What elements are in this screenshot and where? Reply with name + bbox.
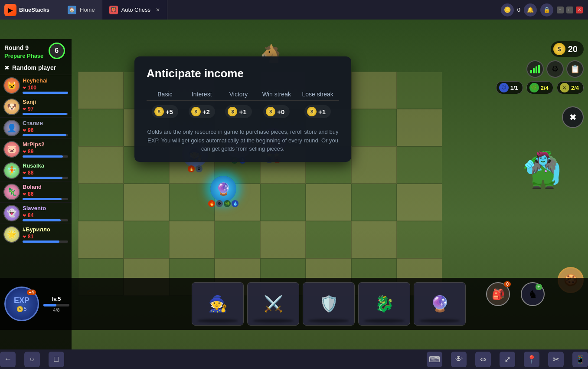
- player-avatar-5: 🧚: [3, 162, 20, 179]
- phase-label: Prepare Phase: [4, 53, 43, 59]
- level-text: lv.5: [52, 296, 61, 302]
- coin-count: 0: [517, 7, 520, 13]
- shop-piece-4[interactable]: 🐉: [358, 282, 410, 326]
- level-bar-fill: [43, 304, 56, 306]
- player-item[interactable]: 🧚 Rusalka ❤ 88: [0, 160, 72, 181]
- exp-label: EXP: [14, 296, 29, 305]
- random-player-text: Random player: [12, 64, 56, 71]
- income-coin-3: $: [228, 107, 237, 116]
- shop-piece-3[interactable]: 🛡️: [303, 282, 355, 326]
- shop-piece-5[interactable]: 🔮: [414, 282, 466, 326]
- bluestacks-logo: ▶ BlueStacks: [0, 0, 61, 20]
- player-item[interactable]: 🐱 Heyhehai ❤ 100: [0, 75, 72, 96]
- income-coin-1: $: [154, 107, 164, 116]
- exp-plus-label: +4: [27, 290, 36, 295]
- income-num-2: +2: [203, 108, 210, 115]
- bottom-bar: ← ○ □ ⌨ 👁 ⇔ ⤢ 📍 ✂ 📱: [0, 349, 588, 369]
- player-avatar-7: 👻: [3, 205, 20, 221]
- income-header-basic: Basic: [147, 88, 183, 101]
- knight-plus: +: [536, 284, 542, 290]
- synergy-badge-2[interactable]: 🌿 2/4: [526, 81, 553, 94]
- player-avatar-1: 🐱: [3, 77, 20, 94]
- income-header-victory: Victory: [220, 88, 257, 101]
- player-avatar-6: 🦎: [3, 184, 20, 200]
- popup-title: Anticipate income: [147, 67, 339, 80]
- minimize-button[interactable]: −: [557, 7, 564, 13]
- signal-bars: [530, 65, 540, 73]
- income-popup: Anticipate income Basic Interest Victory…: [134, 56, 351, 162]
- synergy-icon-yellow: ⚔: [560, 83, 569, 92]
- green-creature: 🧌: [521, 150, 564, 191]
- player-health-4: 89: [28, 148, 33, 155]
- synergy-badge-1[interactable]: 🛡 1/1: [496, 81, 523, 94]
- gold-amount: 20: [568, 44, 578, 54]
- player-name-3: Сталин: [23, 120, 68, 126]
- player-item[interactable]: 👻 Slavento ❤ 84: [0, 203, 72, 224]
- fullscreen-button[interactable]: ⤢: [500, 352, 515, 367]
- round-info: Round 9 Prepare Phase 6: [0, 39, 72, 63]
- level-fraction: 4/8: [53, 307, 59, 313]
- player-health-6: 86: [28, 191, 33, 197]
- exp-button[interactable]: +4 EXP $ 5: [4, 287, 39, 321]
- maximize-button[interactable]: □: [566, 7, 573, 13]
- autochess-tab-icon: 👹: [109, 6, 118, 14]
- bluestacks-icon: ▶: [4, 4, 16, 16]
- title-bar: ▶ BlueStacks 🏠 Home 👹 Auto Chess ✕ 🪙 0 🔔…: [0, 0, 588, 20]
- security-icon[interactable]: 🔒: [540, 3, 553, 16]
- player-item[interactable]: 🐷 MrPips2 ❤ 89: [0, 139, 72, 160]
- player-health-fill-1: [23, 92, 68, 94]
- menu-icon-button[interactable]: 📋: [566, 60, 584, 78]
- hud-icons-row: ⚙ 📋: [526, 60, 584, 78]
- notification-icon[interactable]: 🔔: [524, 3, 537, 16]
- player-item[interactable]: 🌟 #Бурилло ❤ 81: [0, 224, 72, 245]
- signal-button[interactable]: [526, 60, 544, 78]
- home-tab-label: Home: [80, 7, 95, 13]
- scissors-button[interactable]: ✂: [548, 352, 564, 367]
- player-name-6: Boland: [23, 184, 68, 190]
- knight-button[interactable]: ♞ +: [521, 282, 545, 306]
- bag-icon: 🎒: [492, 288, 505, 300]
- player-avatar-2: 🐶: [3, 99, 20, 115]
- player-list: 🐱 Heyhehai ❤ 100 🐶: [0, 75, 72, 245]
- gold-display: $ 20: [551, 41, 584, 57]
- eye-button[interactable]: 👁: [451, 352, 467, 367]
- shop-piece-2[interactable]: ⚔️: [247, 282, 299, 326]
- bag-button[interactable]: 0 🎒: [486, 282, 510, 306]
- exp-cost-icon: $: [17, 306, 23, 312]
- player-health-3: 96: [28, 127, 33, 133]
- swap-button[interactable]: ⇔: [475, 352, 491, 367]
- settings-button[interactable]: ⚙: [546, 60, 564, 78]
- location-button[interactable]: 📍: [524, 352, 539, 367]
- player-health-row-1: ❤ 100: [23, 85, 68, 91]
- synergy-badge-3[interactable]: ⚔ 2/4: [557, 81, 584, 94]
- recents-button[interactable]: □: [49, 352, 64, 367]
- phone-button[interactable]: 📱: [572, 352, 588, 367]
- bluestacks-label: BlueStacks: [19, 7, 49, 13]
- right-btn-1[interactable]: ✖: [562, 106, 584, 128]
- autochess-tab-label: Auto Chess: [121, 7, 150, 13]
- close-tab-icon[interactable]: ✕: [156, 7, 160, 13]
- keyboard-button[interactable]: ⌨: [427, 352, 442, 367]
- level-bar: [43, 304, 69, 306]
- back-button[interactable]: ←: [0, 352, 16, 367]
- player-avatar-3: 👤: [3, 120, 20, 136]
- income-description: Golds are the only resource in game to p…: [147, 128, 339, 153]
- income-coin-5: $: [307, 107, 317, 116]
- player-item[interactable]: 👤 Сталин ❤ 96: [0, 118, 72, 139]
- player-health-2: 97: [28, 106, 33, 112]
- player-item[interactable]: 🐶 Sanji ❤ 97: [0, 96, 72, 118]
- shop-piece-1[interactable]: 🧙: [192, 282, 244, 326]
- tab-home[interactable]: 🏠 Home: [61, 0, 102, 20]
- player-name-5: Rusalka: [23, 162, 68, 169]
- window-controls: − □ ✕: [557, 7, 583, 13]
- player-name-8: #Бурилло: [23, 226, 68, 233]
- tab-autochess[interactable]: 👹 Auto Chess ✕: [102, 0, 167, 20]
- home-button[interactable]: ○: [24, 352, 40, 367]
- player-item[interactable]: 🦎 Boland ❤ 86: [0, 181, 72, 203]
- coin-icon: 🪙: [501, 3, 514, 16]
- income-num-1: +5: [166, 108, 173, 115]
- close-button[interactable]: ✕: [576, 7, 583, 13]
- player-name-1: Heyhehai: [23, 77, 68, 84]
- income-cell-victory: $ +1: [220, 101, 257, 121]
- synergy-icon-blue: 🛡: [499, 83, 509, 92]
